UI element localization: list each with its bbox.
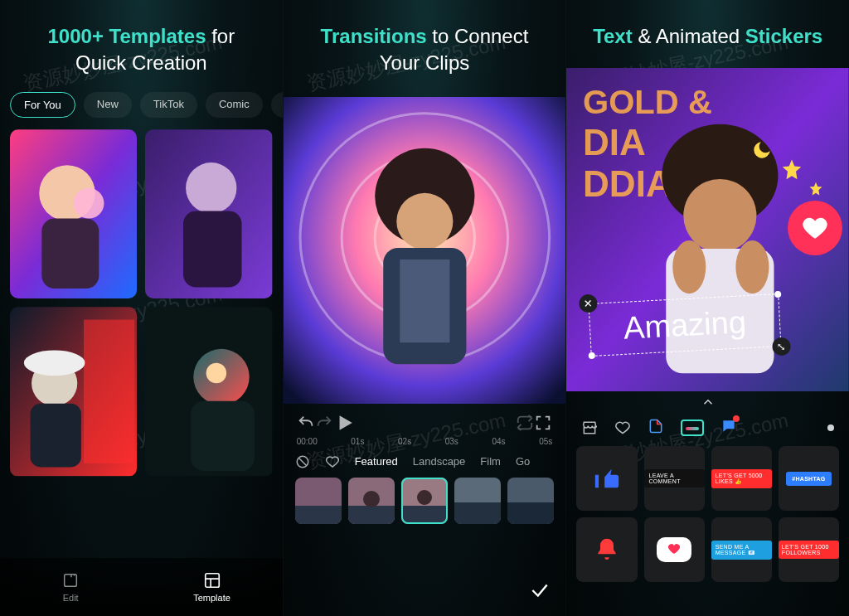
templates-panel: 资源妙妙屋-zy225.com资源妙妙屋-zy225.com资源妙妙屋-zy22… <box>0 0 283 616</box>
player-controls <box>284 404 566 435</box>
fullscreen-icon[interactable] <box>534 414 552 432</box>
sticker-leave-comment[interactable]: LEAVE A COMMENT <box>644 446 705 511</box>
star-sticker-icon <box>808 181 824 197</box>
svg-point-31 <box>363 491 380 507</box>
transition-thumb[interactable] <box>454 478 501 524</box>
heart-icon <box>801 214 829 242</box>
svg-rect-17 <box>205 574 219 588</box>
notification-dot <box>733 415 740 422</box>
moon-sticker-icon <box>751 139 773 161</box>
reaction-tab[interactable] <box>720 418 737 438</box>
cat-landscape[interactable]: Landscape <box>413 455 466 468</box>
delete-handle[interactable]: ✕ <box>579 294 598 313</box>
nav-edit[interactable]: Edit <box>0 558 141 616</box>
sticker-get-likes[interactable]: LET'S GET 5000 LIKES 👍 <box>711 446 772 511</box>
svg-rect-25 <box>400 259 449 342</box>
cat-film[interactable]: Film <box>480 455 501 468</box>
timeline-ruler: 00:00 01s 02s 03s 04s 05s <box>284 435 566 451</box>
transition-thumb[interactable] <box>507 478 554 524</box>
nav-template-label: Template <box>193 593 230 603</box>
sticker-toolbar <box>566 413 849 446</box>
headline-accent: Stickers <box>745 25 822 47</box>
chevron-up-icon <box>701 395 716 410</box>
svg-rect-28 <box>295 506 342 524</box>
file-tab[interactable] <box>648 418 664 438</box>
sticker-grid: LEAVE A COMMENT LET'S GET 5000 LIKES 👍 #… <box>566 446 849 582</box>
sticker-bell[interactable] <box>576 517 637 582</box>
confirm-button[interactable] <box>529 580 551 604</box>
headline-accent: Text <box>593 25 633 47</box>
favorite-icon[interactable] <box>325 454 340 469</box>
text-edit-box[interactable]: Amazing ✕ ⤡ <box>589 293 782 357</box>
svg-rect-6 <box>183 211 242 287</box>
template-thumb[interactable] <box>10 307 137 476</box>
transition-thumb-selected[interactable] <box>401 478 448 524</box>
transition-categories: Featured Landscape Film Go <box>284 451 566 478</box>
expand-panel[interactable] <box>566 391 849 413</box>
template-icon <box>203 571 221 589</box>
thumbs-up-icon <box>593 464 621 492</box>
svg-rect-36 <box>454 502 501 524</box>
redo-icon[interactable] <box>315 414 333 432</box>
sticker-hashtag[interactable]: #HASHTAG <box>779 446 839 511</box>
bell-icon <box>594 536 620 563</box>
svg-point-46 <box>673 240 706 293</box>
headline-accent: 1000+ Templates <box>47 25 206 47</box>
transitions-panel: 资源妙妙屋-zy225.com资源妙妙屋-zy225.com资源妙妙屋-zy22… <box>283 0 566 616</box>
file-icon <box>648 418 664 434</box>
none-icon[interactable] <box>295 454 310 469</box>
headline-accent: Transitions <box>321 25 427 47</box>
svg-point-34 <box>417 490 432 505</box>
sticker-send-message[interactable]: SEND ME A MESSAGE 📧 <box>711 517 772 582</box>
svg-text:DDIA: DDIA <box>583 163 672 204</box>
store-icon[interactable] <box>581 420 598 436</box>
label-tab-active[interactable] <box>681 420 704 436</box>
template-thumb[interactable] <box>145 129 272 298</box>
chip-for-you[interactable]: For You <box>10 92 75 118</box>
chip-popular[interactable]: Popular <box>271 92 283 118</box>
stickers-headline: Text & Animated Stickers <box>566 0 849 65</box>
svg-rect-38 <box>507 502 554 524</box>
sticker-thumbs-up[interactable] <box>576 446 637 511</box>
heart-sticker[interactable] <box>788 201 842 255</box>
transition-preview <box>284 97 566 404</box>
transition-thumbs <box>284 478 566 524</box>
svg-text:GOLD &: GOLD & <box>583 84 712 120</box>
sticker-heart-bubble[interactable] <box>644 517 705 582</box>
category-chips: For You New TikTok Comic Popular <box>0 92 283 118</box>
loop-icon[interactable] <box>516 414 534 432</box>
sticker-get-followers[interactable]: LET'S GET 1000 FOLLOWERS <box>779 517 839 582</box>
templates-headline: 1000+ Templates for Quick Creation <box>0 0 283 92</box>
template-thumb[interactable] <box>10 129 137 298</box>
play-icon[interactable] <box>333 412 355 434</box>
sticker-preview: GOLD & DIA DDIA Amazing <box>566 68 849 391</box>
svg-point-23 <box>396 193 453 250</box>
template-thumb[interactable] <box>145 307 272 476</box>
check-icon <box>529 580 551 601</box>
svg-point-44 <box>684 179 757 252</box>
bottom-nav: Edit Template <box>0 558 283 616</box>
heart-outline-icon[interactable] <box>614 420 631 436</box>
handwritten-text: Amazing <box>623 304 747 347</box>
undo-icon[interactable] <box>297 414 315 432</box>
chip-comic[interactable]: Comic <box>206 92 263 118</box>
svg-point-15 <box>206 363 227 384</box>
transitions-headline: Transitions to Connect Your Clips <box>284 0 566 92</box>
svg-point-10 <box>24 351 85 376</box>
cat-featured[interactable]: Featured <box>355 455 398 468</box>
cat-more[interactable]: Go <box>516 455 530 468</box>
transition-thumb[interactable] <box>295 478 342 524</box>
edit-icon <box>61 571 80 589</box>
svg-rect-8 <box>84 320 134 463</box>
stickers-panel: 资源妙妙屋-zy225.com资源妙妙屋-zy225.com资源妙妙屋-zy22… <box>565 0 849 616</box>
svg-rect-16 <box>65 575 77 587</box>
templates-grid <box>0 118 283 477</box>
chip-new[interactable]: New <box>84 92 132 118</box>
chip-tiktok[interactable]: TikTok <box>140 92 197 118</box>
transition-thumb[interactable] <box>348 478 395 524</box>
more-icon[interactable] <box>827 424 834 431</box>
svg-point-47 <box>736 240 769 293</box>
svg-point-5 <box>186 162 236 213</box>
nav-template[interactable]: Template <box>141 558 282 616</box>
svg-point-3 <box>74 188 104 219</box>
